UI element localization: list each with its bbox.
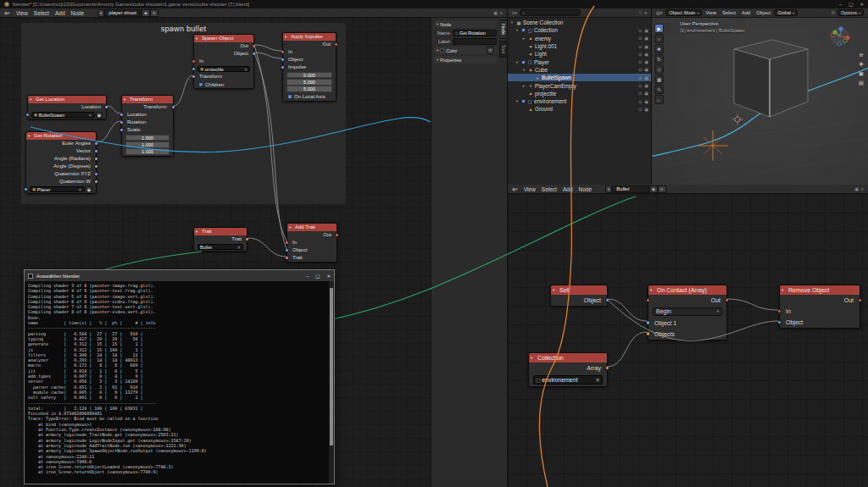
filter-dropdown-icon[interactable]: ▾ — [644, 10, 647, 15]
node-header[interactable]: Collection — [529, 353, 607, 362]
node-self[interactable]: Self Object — [550, 285, 608, 307]
node-spawn-object[interactable]: Spawn Object Out Object In ▣projectile✕ … — [193, 34, 254, 89]
object-field[interactable]: ▣Player✕ — [30, 186, 85, 193]
node-header[interactable]: Spawn Object — [194, 35, 253, 42]
menu-node[interactable]: Node — [576, 186, 595, 192]
socket-scale-in[interactable] — [120, 128, 124, 132]
outliner-row-scene-collection[interactable]: ▾▦Scene Collection — [508, 19, 651, 26]
overlay-menu-icon[interactable]: ≡ — [861, 186, 864, 191]
color-presets-icon[interactable]: ≡ — [487, 47, 494, 54]
node-header[interactable]: Self — [551, 285, 607, 295]
socket-quat-xyz-out[interactable] — [94, 172, 98, 176]
pan-icon[interactable]: ✚ — [859, 61, 864, 68]
eyedropper-icon[interactable]: ◉ — [96, 112, 103, 119]
menu-view[interactable]: View — [14, 10, 31, 16]
hide-eye-icon[interactable]: ⊙ — [638, 59, 642, 64]
eyedropper-icon[interactable]: ◉ — [86, 186, 92, 193]
socket-trait-out[interactable] — [245, 237, 249, 241]
unlink-button[interactable]: ✕ — [150, 9, 159, 17]
menu-select[interactable]: Select — [539, 186, 559, 192]
clear-icon[interactable]: ✕ — [595, 377, 600, 384]
socket-vector-out[interactable] — [94, 149, 98, 153]
menu-add[interactable]: Add — [53, 10, 68, 16]
render-visibility-icon[interactable]: ▣ — [644, 28, 648, 33]
outliner-row-ground[interactable]: ▲Ground ⊙▣ — [508, 105, 651, 113]
zoom-icon[interactable]: ⊕ — [859, 52, 864, 58]
socket-rotation-in[interactable] — [120, 120, 124, 125]
node-get-location[interactable]: Get Location Location ▣BulletSpawn✕ ◉ — [27, 95, 107, 119]
measure-tool[interactable]: ∟ — [654, 95, 664, 104]
node-apply-impulse[interactable]: Apply Impulse Out In Object Impulse 0.00… — [282, 32, 337, 102]
menu-view[interactable]: View — [521, 186, 538, 192]
impulse-x-field[interactable]: 0.000 — [287, 72, 332, 79]
trait-field[interactable]: Bullet✕ — [198, 244, 243, 251]
hide-eye-icon[interactable]: ⊙ — [638, 99, 642, 104]
outliner-editor-icon[interactable]: ≡▾ — [509, 10, 519, 15]
rotate-tool[interactable]: ↻ — [654, 54, 664, 64]
console-titlebar[interactable]: Auswählen blender – ▢ ✕ — [25, 270, 334, 281]
properties-section-header[interactable]: ▾Properties — [434, 56, 497, 64]
color-checkbox[interactable] — [440, 48, 444, 53]
socket-location-out[interactable] — [104, 105, 108, 109]
node-header[interactable]: Get Location — [28, 96, 106, 103]
render-visibility-icon[interactable]: ▣ — [644, 36, 648, 41]
collection-checkbox[interactable]: ✓ — [521, 60, 526, 64]
socket-object-in[interactable] — [281, 58, 285, 62]
unlink-button[interactable]: ✕ — [658, 185, 666, 193]
socket-in[interactable] — [192, 59, 196, 64]
filter-icon[interactable]: ▽ — [639, 10, 643, 15]
outliner-row-collection[interactable]: ▾✓▢Collection ⊙▣ — [508, 26, 651, 34]
snap-magnet-icon[interactable]: ◎ — [832, 9, 835, 16]
render-visibility-icon[interactable]: ▣ — [644, 91, 648, 96]
hide-eye-icon[interactable]: ⊙ — [638, 67, 642, 72]
socket-in[interactable] — [281, 50, 285, 54]
fake-user-shield-button[interactable]: ◆ — [142, 9, 149, 17]
close-button[interactable]: ✕ — [860, 2, 864, 7]
render-visibility-icon[interactable]: ▣ — [644, 107, 648, 112]
outliner-row-playercamempty[interactable]: ▸+PlayerCamEmpty ⊙▣ — [508, 81, 651, 89]
node-header[interactable]: Add Trait — [287, 224, 337, 231]
select-box-tool[interactable]: ▶ — [654, 24, 664, 33]
hide-eye-icon[interactable]: ⊙ — [638, 28, 642, 33]
socket-object-in[interactable] — [24, 187, 28, 191]
disclosure-icon[interactable]: ▾ — [509, 20, 515, 25]
node-name-field[interactable]: ◇Get Rotation — [453, 30, 497, 36]
clear-icon[interactable]: ✕ — [237, 245, 241, 250]
socket-quat-w-out[interactable] — [94, 180, 98, 184]
disclosure-icon[interactable]: ▾ — [515, 99, 520, 103]
outliner-row-light-001[interactable]: ✶Light.001 ⊙▣ — [508, 42, 651, 50]
hide-eye-icon[interactable]: ⊙ — [638, 75, 642, 80]
snap-icon[interactable]: ▣ — [493, 10, 498, 15]
socket-out[interactable] — [335, 233, 339, 237]
tree-name-field[interactable]: Bullet — [612, 185, 649, 193]
socket-objects-in[interactable] — [646, 331, 651, 336]
render-visibility-icon[interactable]: ▣ — [644, 59, 648, 64]
hide-eye-icon[interactable]: ⊙ — [638, 91, 642, 96]
disclosure-icon[interactable]: ▾ — [515, 60, 520, 64]
annotate-tool[interactable]: ✎ — [654, 85, 664, 94]
impulse-y-field[interactable]: 5.000 — [287, 79, 332, 86]
socket-in[interactable] — [646, 298, 651, 303]
hide-eye-icon[interactable]: ⊙ — [638, 44, 642, 49]
color-section-header[interactable]: ▾Color≡ — [434, 47, 497, 54]
render-visibility-icon[interactable]: ▣ — [644, 44, 648, 49]
clear-icon[interactable]: ✕ — [244, 67, 248, 72]
options-dropdown[interactable]: Options▾ — [837, 9, 864, 16]
node-section-header[interactable]: ▾Node — [434, 20, 497, 28]
socket-location-in[interactable] — [120, 113, 124, 117]
menu-view[interactable]: View — [703, 10, 718, 15]
children-checkbox[interactable]: ✓ — [198, 82, 203, 87]
disclosure-icon[interactable]: ▸ — [521, 84, 526, 88]
camera-view-icon[interactable]: ▣ — [859, 70, 864, 77]
socket-object-in[interactable] — [285, 248, 289, 252]
console-close-button[interactable]: ✕ — [326, 274, 331, 279]
cursor-tool[interactable]: ○ — [654, 34, 664, 43]
navigation-gizmo[interactable] — [831, 27, 850, 47]
contact-mode-dropdown[interactable]: Begin▾ — [653, 307, 722, 317]
snap-icon[interactable]: ▣ — [854, 186, 859, 191]
clear-icon[interactable]: ✕ — [88, 113, 92, 118]
editor-type-icon[interactable]: ◉▾ — [509, 186, 520, 191]
move-tool[interactable]: ✚ — [654, 44, 664, 53]
node-header[interactable]: Get Rotation — [26, 132, 96, 140]
render-visibility-icon[interactable]: ▣ — [644, 99, 648, 104]
